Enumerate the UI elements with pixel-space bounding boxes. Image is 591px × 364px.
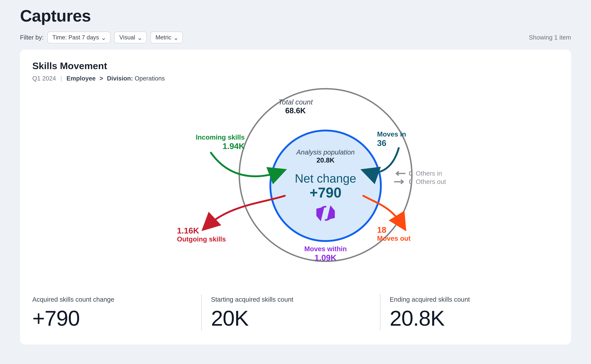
chevron-down-icon xyxy=(102,36,105,39)
incoming-arrow xyxy=(208,150,286,185)
moves-in-callout: Moves in 36 xyxy=(377,130,406,148)
total-count-label: Total count xyxy=(142,98,449,106)
chevron-down-icon xyxy=(174,36,178,39)
filter-metric-label: Metric xyxy=(156,34,171,41)
filter-metric-dropdown[interactable]: Metric xyxy=(150,32,183,43)
moves-within-callout: Moves within 1.09K xyxy=(292,245,359,262)
filter-time-dropdown[interactable]: Time: Past 7 days xyxy=(47,32,110,43)
net-change-value: +790 xyxy=(310,185,341,201)
others-out-value: 0 xyxy=(409,178,412,185)
stat-end: Ending acquired skills count 20.8K xyxy=(380,294,559,331)
incoming-skills-value: 1.94K xyxy=(180,141,245,151)
moves-in-label: Moves in xyxy=(377,130,406,138)
filter-bar: Filter by: Time: Past 7 days Visual Metr… xyxy=(20,32,571,43)
others-block: 0 Others in 0 Others out xyxy=(394,169,446,186)
chevron-down-icon xyxy=(138,36,142,39)
stat-change-label: Acquired skills count change xyxy=(32,296,192,303)
breadcrumb-root[interactable]: Employee xyxy=(66,75,96,82)
total-count-block: Total count 68.6K xyxy=(142,98,449,115)
stat-change: Acquired skills count change +790 xyxy=(32,294,201,331)
stat-start-label: Starting acquired skills count xyxy=(211,296,371,303)
others-in-label: Others in xyxy=(416,170,442,177)
moves-in-value: 36 xyxy=(377,138,406,148)
incoming-skills-label: Incoming skills xyxy=(180,133,245,141)
movement-diagram: Total count 68.6K Analysis population 20… xyxy=(142,85,449,288)
filter-by-label: Filter by: xyxy=(20,34,44,41)
incoming-skills-callout: Incoming skills 1.94K xyxy=(180,133,245,151)
page-title: Captures xyxy=(20,6,571,25)
stat-start: Starting acquired skills count 20K xyxy=(201,294,380,331)
analysis-population-label: Analysis population xyxy=(296,148,355,156)
outgoing-arrow xyxy=(202,191,288,231)
others-out-label: Others out xyxy=(416,178,446,185)
showing-count: Showing 1 item xyxy=(529,34,571,41)
outgoing-skills-label: Outgoing skills xyxy=(177,235,226,243)
chevron-right-icon: > xyxy=(99,75,103,82)
others-in-row: 0 Others in xyxy=(394,170,446,177)
breadcrumb-dim-label: Division: xyxy=(107,75,133,82)
filter-visual-dropdown[interactable]: Visual xyxy=(114,32,147,43)
filter-visual-label: Visual xyxy=(119,34,135,41)
moves-out-arrow xyxy=(360,190,409,231)
others-in-value: 0 xyxy=(409,170,412,177)
stats-row: Acquired skills count change +790 Starti… xyxy=(32,294,559,331)
moves-out-label: Moves out xyxy=(377,234,411,242)
period-label: Q1 2024 xyxy=(32,75,56,82)
net-change-label: Net change xyxy=(295,171,356,185)
breadcrumb: Q1 2024 | Employee > Division: Operation… xyxy=(32,75,559,82)
breadcrumb-separator: | xyxy=(60,75,62,82)
total-count-value: 68.6K xyxy=(142,106,449,115)
stat-change-value: +790 xyxy=(32,307,192,329)
moves-within-value: 1.09K xyxy=(292,253,359,262)
filter-time-label: Time: Past 7 days xyxy=(52,34,99,41)
movement-card: Skills Movement Q1 2024 | Employee > Div… xyxy=(20,50,571,344)
arrow-right-icon xyxy=(394,179,405,184)
stat-end-label: Ending acquired skills count xyxy=(390,296,549,303)
others-out-row: 0 Others out xyxy=(394,178,446,185)
breadcrumb-dim-value-text: Operations xyxy=(135,75,165,82)
arrow-left-icon xyxy=(394,171,405,176)
moves-within-label: Moves within xyxy=(292,245,359,253)
card-title: Skills Movement xyxy=(32,60,559,71)
stat-end-value: 20.8K xyxy=(390,307,549,329)
cycle-icon xyxy=(316,204,335,222)
stat-start-value: 20K xyxy=(211,307,371,329)
analysis-population-value: 20.8K xyxy=(317,156,335,164)
